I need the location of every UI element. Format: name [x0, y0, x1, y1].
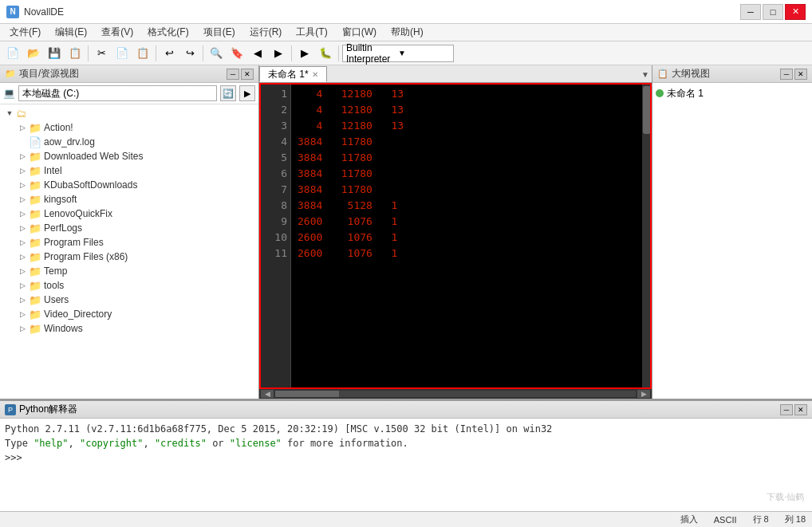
list-item[interactable]: ▷ 📁 Program Files	[0, 235, 258, 250]
close-button[interactable]: ✕	[785, 4, 806, 20]
folder-icon: 📁	[29, 294, 41, 306]
expand-icon: ▷	[16, 236, 29, 249]
run-button[interactable]: ▶	[295, 44, 314, 63]
python-panel-minimize-button[interactable]: ─	[780, 404, 793, 415]
python-panel: P Python解释器 ─ ✕ Python 2.7.11 (v2.7.11:6…	[0, 399, 812, 511]
python-console[interactable]: Python 2.7.11 (v2.7.11:6d1b6a68f775, Dec…	[0, 419, 812, 511]
tab-label: 未命名 1*	[268, 68, 309, 81]
bookmark-button[interactable]: 🔖	[227, 44, 246, 63]
code-line: 2600 1076 1	[298, 246, 636, 262]
tree-item-label: Users	[44, 294, 69, 305]
nav-back-button[interactable]: ◀	[248, 44, 267, 63]
list-item[interactable]: ▷ 📁 Windows	[0, 321, 258, 336]
panel-header-buttons: ─ ✕	[227, 69, 254, 80]
panel-close-button[interactable]: ✕	[241, 69, 254, 80]
open-file-button[interactable]: 📂	[24, 44, 43, 63]
list-item[interactable]: ▷ 📁 Action!	[0, 120, 258, 135]
expand-icon: ▷	[16, 308, 29, 321]
list-item[interactable]: ▷ 📁 Program Files (x86)	[0, 250, 258, 264]
python-or: or	[207, 438, 230, 449]
editor-area[interactable]: 1 2 3 4 5 6 7 8 9 10 11 4 12180 13 4 121…	[259, 83, 652, 389]
dropdown-arrow-icon: ▼	[398, 49, 450, 57]
list-item[interactable]: ▷ 📁 tools	[0, 278, 258, 293]
list-item[interactable]: ▷ 📁 KDubaSoftDownloads	[0, 178, 258, 192]
panel-minimize-button[interactable]: ─	[227, 69, 239, 80]
expand-icon: ▷	[16, 164, 29, 177]
row-label: 行 8	[753, 513, 769, 525]
file-tree[interactable]: ▼ 🗂 ▷ 📁 Action! 📄 aow_drv.log ▷ 📁 Downlo…	[0, 104, 258, 399]
editor-scrollbar[interactable]	[642, 83, 652, 389]
menu-project[interactable]: 项目(E)	[197, 24, 242, 41]
menu-window[interactable]: 窗口(W)	[336, 24, 383, 41]
menu-help[interactable]: 帮助(H)	[384, 24, 430, 41]
scrollbar-thumb[interactable]	[643, 86, 651, 134]
drive-dropdown[interactable]: 本地磁盘 (C:)	[18, 85, 217, 101]
python-version-line: Python 2.7.11 (v2.7.11:6d1b6a68f775, Dec…	[5, 422, 807, 436]
code-line: 3884 11780	[298, 182, 636, 198]
drive-nav-button[interactable]: ▶	[239, 85, 255, 101]
debug-button[interactable]: 🐛	[316, 44, 335, 63]
folder-icon: 📁	[29, 323, 41, 335]
toolbar-sep2	[156, 45, 156, 61]
line-number: 11	[262, 246, 287, 262]
line-number: 2	[262, 102, 287, 118]
menu-edit[interactable]: 编辑(E)	[49, 24, 93, 41]
menu-file[interactable]: 文件(F)	[3, 24, 47, 41]
line-number: 6	[262, 166, 287, 182]
python-type-line: Type "help", "copyright", "credits" or "…	[5, 436, 807, 450]
editor-hscrollbar[interactable]: ◀ ▶	[259, 389, 652, 399]
outline-item[interactable]: 未命名 1	[656, 86, 809, 100]
line-number: 7	[262, 182, 287, 198]
panel-minimize-button[interactable]: ─	[780, 69, 793, 80]
hscrollbar-thumb[interactable]	[275, 391, 339, 397]
tab-scroll-button[interactable]: ▼	[639, 66, 652, 82]
list-item[interactable]: ▷ 📁 Downloaded Web Sites	[0, 149, 258, 163]
panel-close-button[interactable]: ✕	[794, 69, 807, 80]
nav-forward-button[interactable]: ▶	[269, 44, 288, 63]
save-button[interactable]: 💾	[45, 44, 64, 63]
paste-button[interactable]: 📋	[133, 44, 152, 63]
tree-root[interactable]: ▼ 🗂	[0, 106, 258, 120]
editor-content[interactable]: 4 12180 13 4 12180 13 4 12180 13 3884 11…	[291, 83, 642, 389]
undo-button[interactable]: ↩	[160, 44, 179, 63]
list-item[interactable]: ▷ 📁 Intel	[0, 163, 258, 178]
interpreter-dropdown[interactable]: Builtin Interpreter ▼	[342, 45, 454, 62]
green-dot-icon	[656, 89, 664, 97]
minimize-button[interactable]: ─	[740, 4, 761, 20]
toolbar-btn4[interactable]: 📋	[65, 44, 85, 63]
list-item[interactable]: ▷ 📁 LenovoQuickFix	[0, 206, 258, 221]
maximize-button[interactable]: □	[763, 4, 783, 20]
cut-button[interactable]: ✂	[92, 44, 111, 63]
status-encoding: ASCII	[714, 515, 737, 525]
scroll-right-button[interactable]: ▶	[637, 390, 650, 398]
menu-view[interactable]: 查看(V)	[95, 24, 140, 41]
downloaded-web-sites-label: Downloaded Web Sites	[44, 151, 144, 162]
scroll-left-button[interactable]: ◀	[261, 390, 274, 398]
list-item[interactable]: ▷ 📁 Users	[0, 293, 258, 307]
folder-icon: 📁	[29, 237, 41, 249]
right-panel-title: 大纲视图	[672, 67, 777, 81]
tab-unnamed1[interactable]: 未命名 1* ✕	[259, 66, 327, 82]
redo-button[interactable]: ↪	[180, 44, 199, 63]
drive-label: 本地磁盘 (C:)	[22, 87, 79, 100]
menu-bar: 文件(F) 编辑(E) 查看(V) 格式化(F) 项目(E) 运行(R) 工具(…	[0, 24, 812, 41]
python-prompt: >>>	[5, 452, 22, 463]
hscrollbar-track	[275, 391, 636, 397]
list-item[interactable]: ▷ 📁 kingsoft	[0, 192, 258, 206]
expand-icon: ▷	[16, 207, 29, 220]
drive-refresh-button[interactable]: 🔄	[220, 85, 236, 101]
new-file-button[interactable]: 📄	[3, 44, 22, 63]
list-item[interactable]: ▷ 📁 Temp	[0, 264, 258, 278]
menu-tools[interactable]: 工具(T)	[290, 24, 333, 41]
copy-button[interactable]: 📄	[112, 44, 132, 63]
search-button[interactable]: 🔍	[207, 44, 226, 63]
list-item[interactable]: 📄 aow_drv.log	[0, 135, 258, 149]
right-panel: 📋 大纲视图 ─ ✕ 未命名 1	[652, 65, 812, 399]
menu-format[interactable]: 格式化(F)	[141, 24, 195, 41]
tree-item-label: Program Files (x86)	[44, 251, 128, 262]
list-item[interactable]: ▷ 📁 PerfLogs	[0, 221, 258, 235]
tab-close-icon[interactable]: ✕	[312, 70, 318, 79]
list-item[interactable]: ▷ 📁 Video_Directory	[0, 307, 258, 321]
menu-run[interactable]: 运行(R)	[243, 24, 289, 41]
python-panel-close-button[interactable]: ✕	[794, 404, 807, 415]
